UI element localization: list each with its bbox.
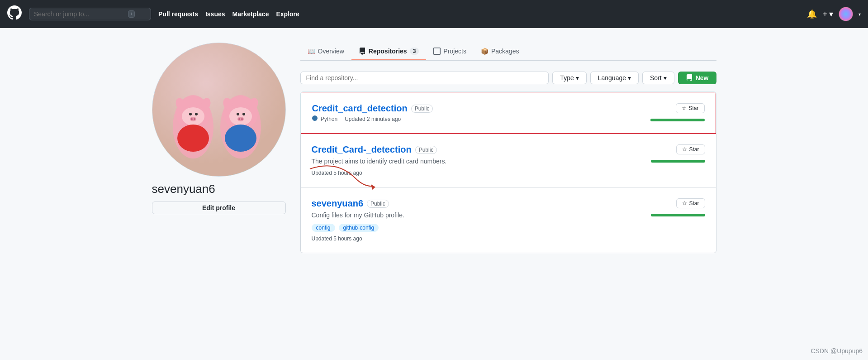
star-icon: ☆ [682,105,687,111]
repo-tag-github-config[interactable]: github-config [339,224,379,232]
svg-point-10 [189,113,192,115]
new-repo-icon [686,74,693,82]
repo-name-line: Credit_card_detection Public [312,103,650,114]
find-repo-input[interactable] [300,72,549,84]
repo-name-link[interactable]: Credit_card_detection [312,103,408,114]
github-logo[interactable] [7,5,22,23]
repo-description-2: The project aims to identify credit card… [312,157,651,166]
profile-tabs: 📖 Overview Repositories 3 Project [300,43,716,61]
repo-meta-3: Updated 5 hours ago [312,235,651,242]
nav-issues[interactable]: Issues [205,10,225,18]
repo-visibility-badge-2: Public [415,146,437,154]
tab-overview[interactable]: 📖 Overview [300,43,351,60]
star-button-2[interactable]: ☆ Star [676,144,705,154]
repo-updated-time-2: Updated 5 hours ago [312,170,362,176]
header-actions: 🔔 + ▾ ▾ [807,7,861,21]
top-navbar: / Pull requests Issues Marketplace Explo… [0,0,868,28]
repo-info: Credit_card_detection Public Python Upda… [312,103,650,122]
svg-point-1 [152,43,286,177]
repo-language: Python [312,115,338,122]
profile-main-content: 📖 Overview Repositories 3 Project [300,43,716,253]
page-container: ☺ sevenyuan6 Edit profile 📖 Overview Rep… [145,28,724,268]
repo-tag-config[interactable]: config [312,224,335,232]
nav-pull-requests[interactable]: Pull requests [158,10,198,18]
repository-list: Credit_card_detection Public Python Upda… [300,91,716,253]
profile-avatar: ☺ [152,43,286,177]
repo-info-2: Credit_Card-_detection Public The projec… [312,144,651,176]
profile-username: sevenyuan6 [152,182,215,196]
repo-meta-2: Updated 5 hours ago [312,170,651,176]
bell-icon: 🔔 [807,9,817,19]
activity-bar-2 [651,160,705,163]
repo-name-line-2: Credit_Card-_detection Public [312,144,651,155]
activity-bar-3 [651,214,705,216]
projects-icon [433,47,441,55]
svg-point-19 [238,118,240,120]
svg-point-21 [237,113,239,115]
svg-point-9 [194,118,195,120]
repo-item-sevenyuan6: sevenyuan6 Public Config files for my Gi… [301,187,716,253]
plus-icon: + [822,10,827,19]
star-icon-2: ☆ [682,146,687,153]
user-avatar-chevron[interactable]: ▾ [859,12,861,17]
type-filter-button[interactable]: Type ▾ [552,72,586,84]
repo-info-3: sevenyuan6 Public Config files for my Gi… [312,198,651,242]
svg-point-15 [229,107,252,125]
repo-item-right-3: ☆ Star [651,198,705,216]
star-button-3[interactable]: ☆ Star [676,198,705,208]
repo-name-link-3[interactable]: sevenyuan6 [312,198,364,209]
avatar-emoji[interactable]: ☺ [264,156,278,171]
svg-point-12 [177,125,209,152]
search-input[interactable] [34,10,124,18]
add-new-button[interactable]: + ▾ [822,9,833,19]
svg-point-0 [839,7,853,21]
activity-bar [650,119,705,121]
svg-point-6 [194,110,201,116]
edit-profile-button[interactable]: Edit profile [152,202,286,214]
svg-point-4 [182,107,204,125]
new-repo-button[interactable]: New [678,72,716,84]
star-icon-3: ☆ [682,200,687,206]
notifications-button[interactable]: 🔔 [807,9,817,19]
type-chevron-icon: ▾ [576,74,579,82]
svg-point-8 [191,118,193,120]
sort-filter-button[interactable]: Sort ▾ [642,72,674,84]
nav-explore[interactable]: Explore [276,10,299,18]
repo-updated-time-3: Updated 5 hours ago [312,235,362,242]
repo-item-credit-card-detection-2: Credit_Card-_detection Public The projec… [301,134,716,187]
tab-repositories[interactable]: Repositories 3 [351,43,427,60]
user-avatar[interactable] [839,7,853,21]
language-filter-button[interactable]: Language ▾ [590,72,639,84]
book-icon: 📖 [308,48,315,55]
svg-point-20 [241,118,243,120]
search-kbd: / [128,10,135,18]
nav-marketplace[interactable]: Marketplace [232,10,269,18]
repo-item-right-2: ☆ Star [651,144,705,163]
repo-tags: config github-config [312,224,651,232]
repo-visibility-badge: Public [411,105,433,113]
repo-description-3: Config files for my GitHub profile. [312,211,651,220]
svg-point-22 [242,113,245,115]
add-chevron-icon: ▾ [829,9,833,19]
repo-filters: Type ▾ Language ▾ Sort ▾ New [300,72,716,84]
profile-sidebar: ☺ sevenyuan6 Edit profile [152,43,286,253]
svg-point-11 [195,113,198,115]
main-nav: Pull requests Issues Marketplace Explore [158,10,800,18]
star-button[interactable]: ☆ Star [676,103,704,113]
repo-updated-time: Updated 2 minutes ago [345,116,401,122]
tab-projects[interactable]: Projects [426,43,474,60]
tab-packages[interactable]: 📦 Packages [474,43,526,60]
repo-icon [359,47,366,55]
language-chevron-icon: ▾ [628,74,631,82]
sort-chevron-icon: ▾ [664,74,667,82]
repo-name-line-3: sevenyuan6 Public [312,198,651,209]
repo-name-link-2[interactable]: Credit_Card-_detection [312,144,412,155]
repo-count-badge: 3 [410,48,419,55]
svg-point-17 [242,110,249,116]
language-dot [312,115,318,121]
search-bar[interactable]: / [29,8,151,20]
packages-icon: 📦 [481,48,489,55]
repo-meta: Python Updated 2 minutes ago [312,115,650,122]
svg-point-23 [225,125,256,152]
repo-visibility-badge-3: Public [367,200,389,208]
